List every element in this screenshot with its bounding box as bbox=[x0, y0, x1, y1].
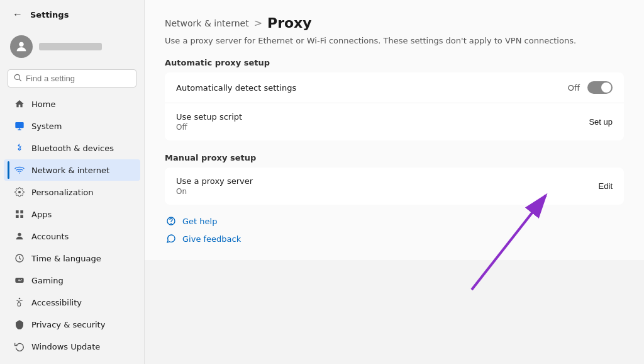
setup-script-sublabel: Off bbox=[176, 123, 242, 132]
svg-point-6 bbox=[18, 191, 21, 193]
personalization-icon bbox=[14, 186, 25, 198]
sidebar-item-home-label: Home bbox=[31, 100, 55, 109]
manual-proxy-card: Use a proxy server On Edit bbox=[165, 168, 624, 205]
section-manual-label: Manual proxy setup bbox=[165, 153, 624, 162]
sidebar-item-apps-label: Apps bbox=[31, 210, 52, 219]
sidebar-title: Settings bbox=[30, 10, 69, 20]
sidebar: ← Settings Home S bbox=[0, 0, 145, 364]
setup-script-row: Use setup script Off Set up bbox=[165, 103, 624, 140]
user-profile bbox=[0, 29, 144, 64]
home-icon bbox=[14, 98, 25, 110]
svg-rect-3 bbox=[15, 122, 23, 128]
sidebar-item-accounts-label: Accounts bbox=[31, 232, 69, 241]
windows-update-icon bbox=[14, 341, 25, 352]
section-automatic-label: Automatic proxy setup bbox=[165, 58, 624, 67]
give-feedback-link[interactable]: Give feedback bbox=[165, 232, 624, 245]
feedback-label: Give feedback bbox=[182, 234, 241, 244]
setup-script-label-group: Use setup script Off bbox=[176, 112, 242, 132]
proxy-server-edit-button[interactable]: Edit bbox=[599, 180, 613, 192]
user-name bbox=[39, 43, 102, 50]
sidebar-item-accessibility-label: Accessibility bbox=[31, 298, 82, 307]
svg-point-16 bbox=[21, 279, 22, 280]
sidebar-item-apps[interactable]: Apps bbox=[4, 203, 140, 225]
svg-rect-10 bbox=[20, 215, 23, 218]
breadcrumb: Network & internet > Proxy bbox=[165, 15, 624, 31]
gaming-icon bbox=[14, 275, 25, 286]
svg-point-18 bbox=[19, 298, 21, 300]
sidebar-item-windows-update[interactable]: Windows Update bbox=[4, 336, 140, 357]
accounts-icon bbox=[14, 230, 25, 242]
setup-script-label: Use setup script bbox=[176, 112, 242, 122]
sidebar-item-network[interactable]: Network & internet bbox=[4, 159, 140, 181]
back-button[interactable]: ← bbox=[10, 8, 25, 21]
time-icon bbox=[14, 253, 25, 264]
sidebar-item-home[interactable]: Home bbox=[4, 93, 140, 115]
auto-detect-label: Automatically detect settings bbox=[176, 83, 296, 93]
main-content: Network & internet > Proxy Use a proxy s… bbox=[145, 0, 644, 260]
svg-point-0 bbox=[19, 42, 23, 47]
svg-point-17 bbox=[20, 280, 21, 281]
auto-detect-label-group: Automatically detect settings bbox=[176, 83, 296, 93]
avatar bbox=[10, 35, 33, 58]
auto-detect-toggle[interactable] bbox=[587, 81, 613, 94]
proxy-server-label: Use a proxy server bbox=[176, 176, 253, 186]
sidebar-item-accounts[interactable]: Accounts bbox=[4, 225, 140, 247]
sidebar-item-windows-update-label: Windows Update bbox=[31, 342, 100, 351]
sidebar-nav: Home System Bluetooth & devices Network … bbox=[0, 93, 144, 358]
network-icon bbox=[14, 164, 25, 176]
sidebar-item-bluetooth-label: Bluetooth & devices bbox=[31, 144, 114, 153]
bluetooth-icon bbox=[14, 142, 25, 154]
sidebar-item-time-label: Time & language bbox=[31, 254, 101, 263]
svg-point-1 bbox=[14, 74, 19, 79]
sidebar-item-gaming-label: Gaming bbox=[31, 276, 64, 285]
auto-detect-toggle-wrapper: Off bbox=[568, 81, 613, 94]
sidebar-item-time-language[interactable]: Time & language bbox=[4, 247, 140, 269]
links-section: Get help Give feedback bbox=[165, 215, 624, 245]
svg-rect-7 bbox=[16, 210, 19, 213]
sidebar-item-accessibility[interactable]: Accessibility bbox=[4, 292, 140, 313]
search-box[interactable] bbox=[8, 69, 136, 88]
search-input[interactable] bbox=[26, 74, 131, 83]
privacy-icon bbox=[14, 319, 25, 330]
feedback-icon bbox=[165, 232, 177, 245]
system-icon bbox=[14, 120, 25, 132]
toggle-knob bbox=[601, 82, 611, 93]
sidebar-item-gaming[interactable]: Gaming bbox=[4, 270, 140, 291]
sidebar-item-personalization-label: Personalization bbox=[31, 188, 94, 197]
proxy-server-sublabel: On bbox=[176, 187, 253, 196]
get-help-icon bbox=[165, 215, 177, 227]
proxy-server-row: Use a proxy server On Edit bbox=[165, 168, 624, 205]
toggle-off-label: Off bbox=[568, 83, 580, 93]
get-help-link[interactable]: Get help bbox=[165, 215, 624, 227]
auto-detect-row: Automatically detect settings Off bbox=[165, 72, 624, 103]
sidebar-item-personalization[interactable]: Personalization bbox=[4, 181, 140, 203]
sidebar-item-bluetooth[interactable]: Bluetooth & devices bbox=[4, 137, 140, 159]
sidebar-header: ← Settings bbox=[0, 0, 144, 29]
sidebar-item-privacy[interactable]: Privacy & security bbox=[4, 314, 140, 335]
svg-rect-8 bbox=[20, 210, 23, 213]
proxy-server-label-group: Use a proxy server On bbox=[176, 176, 253, 196]
search-icon bbox=[13, 73, 22, 84]
svg-rect-9 bbox=[16, 215, 19, 218]
setup-script-button[interactable]: Set up bbox=[589, 116, 613, 128]
breadcrumb-parent[interactable]: Network & internet bbox=[165, 18, 249, 28]
sidebar-item-privacy-label: Privacy & security bbox=[31, 320, 105, 329]
sidebar-item-network-label: Network & internet bbox=[31, 166, 109, 175]
svg-line-2 bbox=[19, 79, 21, 81]
get-help-label: Get help bbox=[182, 217, 217, 226]
apps-icon bbox=[14, 208, 25, 220]
main-wrapper: Network & internet > Proxy Use a proxy s… bbox=[145, 0, 644, 364]
svg-point-11 bbox=[18, 233, 21, 236]
automatic-proxy-card: Automatically detect settings Off Use se… bbox=[165, 72, 624, 140]
sidebar-item-system[interactable]: System bbox=[4, 115, 140, 137]
svg-point-20 bbox=[171, 224, 172, 224]
accessibility-icon bbox=[14, 297, 25, 308]
breadcrumb-current: Proxy bbox=[267, 15, 312, 31]
page-description: Use a proxy server for Ethernet or Wi-Fi… bbox=[165, 36, 624, 45]
breadcrumb-separator: > bbox=[254, 17, 262, 29]
sidebar-item-system-label: System bbox=[31, 122, 62, 131]
